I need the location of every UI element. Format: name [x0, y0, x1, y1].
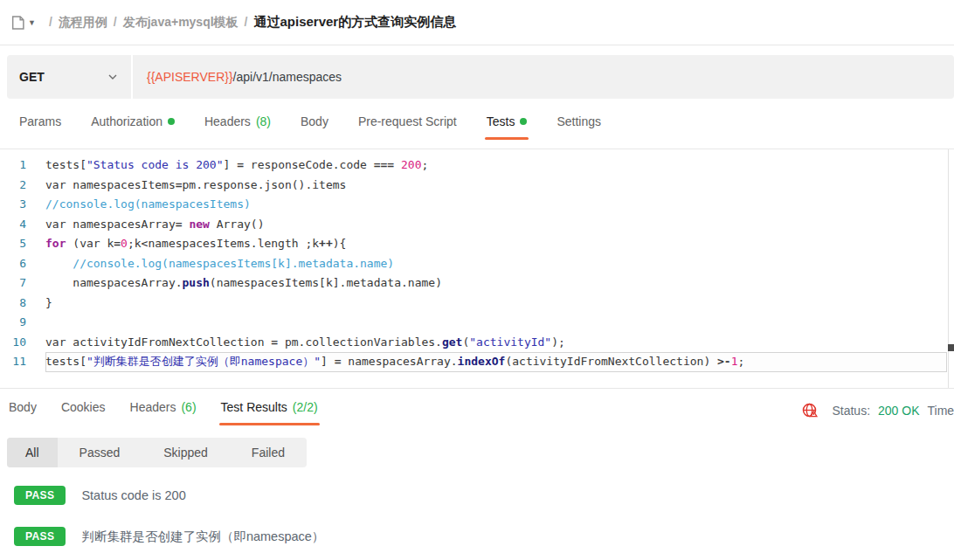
code-token: = — [237, 158, 244, 171]
code-line[interactable]: 7 namespacesArray.push(namespacesItems[k… — [0, 273, 954, 294]
code-token: Array() — [210, 218, 265, 231]
code-token: ){ — [333, 237, 347, 250]
code-text: //console.log(namespacesItems) — [45, 195, 947, 215]
code-token: tests[ — [45, 158, 86, 171]
tab-label: Settings — [556, 114, 601, 128]
code-token: = — [335, 355, 342, 368]
code-line[interactable]: 11tests["判断集群是否创建了实例（即namespace）"] = nam… — [0, 352, 954, 372]
network-error-globe-icon[interactable] — [801, 402, 819, 419]
line-number: 8 — [0, 294, 45, 314]
code-token: = — [114, 237, 121, 250]
tab-headers[interactable]: Headers(8) — [204, 114, 271, 140]
method-label: GET — [19, 70, 45, 84]
breadcrumb-separator: / — [49, 15, 52, 29]
code-token: indexOf — [458, 355, 506, 368]
response-header: BodyCookiesHeaders(6)Test Results(2/2) S… — [0, 389, 954, 429]
tests-code-editor[interactable]: 1tests["Status code is 200"] = responseC… — [0, 149, 954, 389]
breadcrumb-item[interactable]: 发布java+mysql模板 — [123, 15, 238, 29]
line-number: 6 — [0, 254, 45, 274]
code-token: = — [271, 335, 278, 349]
time-label: Time: — [928, 404, 954, 418]
code-token: (namespacesItems[k].metadata.name) — [210, 276, 442, 289]
line-number: 11 — [0, 352, 45, 372]
pass-badge: PASS — [14, 486, 66, 505]
code-token: } — [45, 296, 52, 309]
code-text: } — [45, 294, 947, 314]
editor-scrollbar[interactable] — [948, 149, 954, 388]
status-label: Status: — [832, 404, 870, 418]
code-token: ; — [738, 355, 745, 368]
chevron-down-icon[interactable]: ▼ — [28, 18, 36, 27]
code-line[interactable]: 4var namespacesArray= new Array() — [0, 215, 954, 235]
url-path: /api/v1/namespaces — [233, 70, 342, 84]
pass-badge: PASS — [14, 527, 66, 546]
green-dot-icon — [520, 118, 527, 125]
tab-params[interactable]: Params — [19, 114, 61, 140]
tab-authorization[interactable]: Authorization — [91, 114, 175, 140]
tab-label: Headers — [204, 114, 251, 128]
code-token: //console.log(namespacesItems[k].metadat… — [73, 257, 394, 270]
code-line[interactable]: 6 //console.log(namespacesItems[k].metad… — [0, 254, 954, 274]
scrollbar-mark — [948, 344, 954, 351]
code-text: tests["判断集群是否创建了实例（即namespace）"] = names… — [45, 352, 947, 372]
code-token: var namespacesArray — [45, 218, 176, 231]
tab-pre-request-script[interactable]: Pre-request Script — [358, 114, 457, 140]
code-line[interactable]: 1tests["Status code is 200"] = responseC… — [0, 156, 954, 176]
code-token: 200 — [401, 158, 421, 171]
request-bar: GET {{APISERVER}}/api/v1/namespaces — [7, 55, 954, 99]
request-tabs: ParamsAuthorizationHeaders(8)BodyPre-req… — [0, 99, 954, 149]
code-token: namespacesArray. — [45, 276, 183, 289]
code-line[interactable]: 10var activityIdFromNextCollection = pm.… — [0, 333, 954, 353]
tab-settings[interactable]: Settings — [556, 114, 601, 140]
filter-all[interactable]: All — [7, 438, 58, 467]
code-line[interactable]: 9 — [0, 313, 954, 333]
code-line[interactable]: 2var namespacesItems=pm.response.json().… — [0, 176, 954, 196]
code-text: namespacesArray.push(namespacesItems[k].… — [45, 273, 947, 294]
line-number: 4 — [0, 215, 45, 235]
tab-body[interactable]: Body — [301, 114, 328, 140]
code-text: var namespacesItems=pm.response.json().i… — [45, 176, 947, 196]
url-input[interactable]: {{APISERVER}}/api/v1/namespaces — [133, 55, 954, 99]
line-number: 3 — [0, 195, 45, 215]
line-number: 1 — [0, 156, 45, 176]
filter-passed[interactable]: Passed — [58, 438, 142, 467]
code-token: ++ — [319, 237, 333, 250]
code-token: ] — [321, 355, 335, 368]
filter-skipped[interactable]: Skipped — [142, 438, 230, 467]
code-token: tests[ — [45, 355, 86, 368]
line-number: 9 — [0, 313, 45, 333]
test-result-name: 判断集群是否创建了实例（即namespace） — [81, 529, 324, 545]
code-token: (var k — [66, 237, 114, 250]
filter-failed[interactable]: Failed — [230, 438, 307, 467]
code-token: = — [176, 218, 183, 231]
breadcrumb-item[interactable]: 通过apiserver的方式查询实例信息 — [253, 14, 456, 29]
breadcrumb-separator: / — [114, 15, 117, 29]
code-token: (activityIdFromNextCollection) — [505, 355, 717, 368]
tab-tests[interactable]: Tests — [487, 114, 528, 140]
chevron-down-icon — [107, 71, 119, 83]
tab-label: Body — [9, 400, 37, 414]
breadcrumb-item[interactable]: 流程用例 — [59, 15, 107, 29]
code-text: var activityIdFromNextCollection = pm.co… — [45, 333, 947, 353]
request-file-icon[interactable] — [10, 15, 25, 31]
code-token: pm.collectionVariables. — [278, 335, 442, 349]
response-tabs: BodyCookiesHeaders(6)Test Results(2/2) — [9, 400, 318, 425]
code-token: ] — [224, 158, 238, 171]
tab-cookies[interactable]: Cookies — [61, 400, 106, 425]
code-text: for (var k=0;k<namespacesItems.length ;k… — [45, 234, 947, 254]
code-text: tests["Status code is 200"] = responseCo… — [45, 156, 947, 176]
tab-test-results[interactable]: Test Results(2/2) — [221, 400, 318, 425]
tab-body[interactable]: Body — [9, 400, 37, 425]
code-line[interactable]: 5for (var k=0;k<namespacesItems.length ;… — [0, 234, 954, 254]
tab-label: Headers — [130, 400, 176, 414]
method-select[interactable]: GET — [7, 55, 133, 99]
tab-headers[interactable]: Headers(6) — [130, 400, 197, 425]
breadcrumb-separator: / — [245, 15, 248, 29]
code-line[interactable]: 8} — [0, 294, 954, 314]
code-line[interactable]: 3//console.log(namespacesItems) — [0, 195, 954, 215]
code-token: "判断集群是否创建了实例（即namespace）" — [86, 355, 321, 368]
code-text: //console.log(namespacesItems[k].metadat… — [45, 254, 947, 274]
code-token: namespacesArray. — [342, 355, 458, 368]
code-token: get — [442, 335, 462, 349]
code-token: pm.response.json().items — [183, 178, 347, 191]
